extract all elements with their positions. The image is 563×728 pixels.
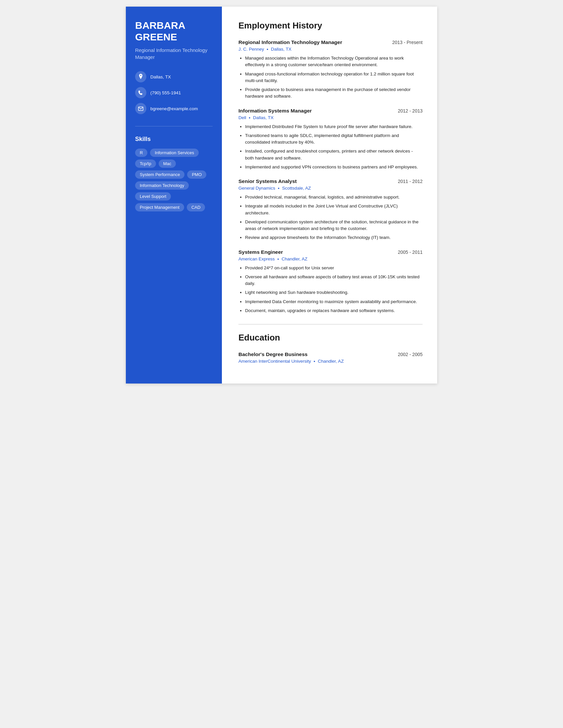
list-item: Provided technical, managerial, financia… (245, 194, 423, 201)
phone-item: (790) 555-1941 (135, 87, 212, 98)
candidate-title: Regional Information Technology Manager (135, 47, 212, 61)
job-block: Regional Information Technology Manager2… (238, 39, 423, 100)
job-company: American Express•Chandler, AZ (238, 256, 423, 261)
job-dates: 2005 - 2011 (398, 250, 423, 255)
list-item: Document, maintain, upgrades or replaces… (245, 307, 423, 314)
job-title: Regional Information Technology Manager (238, 39, 342, 45)
dot-separator: • (277, 256, 279, 261)
list-item: Provided 24*7 on-call support for Unix s… (245, 265, 423, 271)
list-item: Transitioned teams to agile SDLC, implem… (245, 132, 423, 146)
skill-tag: CAD (187, 203, 205, 211)
dot-separator: • (314, 359, 315, 364)
jobs-container: Regional Information Technology Manager2… (238, 39, 423, 314)
contact-section: Dallas, TX (790) 555-1941 bgreene@exa (135, 71, 212, 114)
skill-tag: Tcp/Ip (135, 159, 156, 168)
skill-tag: R (135, 149, 147, 157)
list-item: Integrate all models included in the Joi… (245, 203, 423, 216)
job-block: Systems Engineer2005 - 2011American Expr… (238, 249, 423, 314)
company-location: Scottsdale, AZ (282, 186, 311, 191)
section-divider (238, 324, 423, 325)
company-name: General Dynamics (238, 186, 275, 191)
company-location: Dallas, TX (253, 115, 273, 120)
location-text: Dallas, TX (150, 74, 171, 79)
email-text: bgreene@example.com (150, 106, 198, 111)
job-title: Information Systems Manager (238, 108, 312, 114)
job-title: Senior Systems Analyst (238, 178, 297, 184)
email-icon (135, 103, 146, 114)
sidebar: BARBARA GREENE Regional Information Tech… (126, 7, 222, 384)
education-heading: Education (238, 333, 423, 345)
skill-tag: PMO (187, 170, 206, 179)
edu-header: Bachelor's Degree Business2002 - 2005 (238, 351, 423, 357)
list-item: Implemented and supported VPN connection… (245, 164, 423, 170)
skill-tag: Level Support (135, 192, 171, 201)
skill-tag: Mac (159, 159, 176, 168)
list-item: Light networking and Sun hardware troubl… (245, 289, 423, 296)
list-item: Developed communication system architect… (245, 219, 423, 232)
employment-heading: Employment History (238, 21, 423, 33)
skill-tag: Project Management (135, 203, 184, 211)
skill-tag: Information Technology (135, 181, 189, 190)
company-location: Dallas, TX (271, 47, 292, 52)
skills-tags: RInformation ServicesTcp/IpMacSystem Per… (135, 149, 212, 211)
job-title: Systems Engineer (238, 249, 283, 255)
job-bullets: Provided technical, managerial, financia… (238, 194, 423, 241)
company-name: J. C. Penney (238, 47, 264, 52)
job-dates: 2012 - 2013 (398, 108, 423, 114)
job-bullets: Implemented Distributed File System to f… (238, 123, 423, 171)
job-company: General Dynamics•Scottsdale, AZ (238, 186, 423, 191)
job-dates: 2013 - Present (392, 40, 423, 45)
job-dates: 2011 - 2012 (398, 179, 423, 184)
list-item: Review and approve timesheets for the In… (245, 234, 423, 241)
list-item: Managed associates within the Informatio… (245, 55, 423, 68)
phone-text: (790) 555-1941 (150, 90, 181, 95)
company-name: American Express (238, 256, 275, 261)
dot-separator: • (266, 47, 268, 52)
edu-dates: 2002 - 2005 (398, 352, 423, 357)
location-item: Dallas, TX (135, 71, 212, 82)
job-header: Information Systems Manager2012 - 2013 (238, 108, 423, 114)
company-location: Chandler, AZ (282, 256, 307, 261)
education-container: Bachelor's Degree Business2002 - 2005Ame… (238, 351, 423, 364)
dot-separator: • (278, 186, 279, 191)
skills-heading: Skills (135, 136, 212, 143)
skill-tag: Information Services (150, 149, 199, 157)
dot-separator: • (249, 115, 250, 120)
job-bullets: Managed associates within the Informatio… (238, 55, 423, 100)
phone-icon (135, 87, 146, 98)
job-company: J. C. Penney•Dallas, TX (238, 47, 423, 52)
location-icon (135, 71, 146, 82)
list-item: Oversee all hardware and software aspect… (245, 274, 423, 287)
edu-school: American InterContinental University•Cha… (238, 359, 423, 364)
skill-tag: System Performance (135, 170, 184, 179)
job-bullets: Provided 24*7 on-call support for Unix s… (238, 265, 423, 314)
list-item: Installed, configured and troubleshot co… (245, 148, 423, 161)
resume-container: BARBARA GREENE Regional Information Tech… (126, 7, 437, 384)
email-item: bgreene@example.com (135, 103, 212, 114)
list-item: Managed cross-functional information tec… (245, 71, 423, 84)
list-item: Provide guidance to business area manage… (245, 86, 423, 100)
job-company: Dell•Dallas, TX (238, 115, 423, 120)
edu-block: Bachelor's Degree Business2002 - 2005Ame… (238, 351, 423, 364)
job-block: Senior Systems Analyst2011 - 2012General… (238, 178, 423, 241)
company-name: Dell (238, 115, 246, 120)
job-header: Systems Engineer2005 - 2011 (238, 249, 423, 255)
job-header: Senior Systems Analyst2011 - 2012 (238, 178, 423, 184)
sidebar-divider (135, 126, 212, 126)
list-item: Implemented Data Center monitoring to ma… (245, 298, 423, 305)
main-content: Employment History Regional Information … (222, 7, 437, 384)
job-header: Regional Information Technology Manager2… (238, 39, 423, 45)
school-name: American InterContinental University (238, 359, 311, 364)
school-location: Chandler, AZ (318, 359, 344, 364)
list-item: Implemented Distributed File System to f… (245, 123, 423, 130)
job-block: Information Systems Manager2012 - 2013De… (238, 108, 423, 171)
candidate-name: BARBARA GREENE (135, 20, 212, 43)
edu-title: Bachelor's Degree Business (238, 351, 308, 357)
